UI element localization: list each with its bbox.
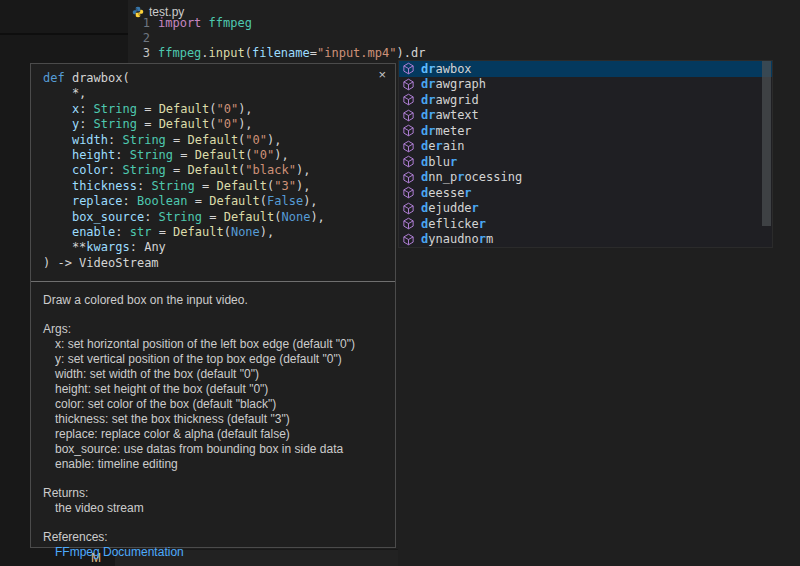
code-token: ( xyxy=(224,225,231,239)
code-token: String xyxy=(122,163,165,177)
code-token: = xyxy=(137,117,159,131)
code-token: False xyxy=(267,194,303,208)
suggestion-label: drawgraph xyxy=(421,77,486,91)
code-token xyxy=(43,179,72,193)
code-token: def xyxy=(43,71,65,85)
code-token: kwargs xyxy=(86,240,129,254)
suggestion-item[interactable]: dnn_processing xyxy=(399,170,772,186)
code-line[interactable]: 3ffmpeg.input(filename="input.mp4").dr xyxy=(128,46,800,61)
suggestion-item[interactable]: drawtext xyxy=(399,108,772,124)
doc-references-label: References: xyxy=(43,530,383,545)
code-token: : xyxy=(130,240,144,254)
code-token: = xyxy=(202,210,224,224)
code-token: ), xyxy=(296,179,310,193)
code-token xyxy=(43,225,72,239)
code-token: : xyxy=(79,102,93,116)
code-token xyxy=(43,210,72,224)
code-token: = xyxy=(310,46,317,60)
code-token: Default xyxy=(209,194,260,208)
doc-arg-line: enable: timeline editing xyxy=(55,457,383,472)
suggest-scrollbar[interactable] xyxy=(762,61,771,226)
signature-line: replace: Boolean = Default(False), xyxy=(43,194,375,209)
code-token: None xyxy=(231,225,260,239)
code-token xyxy=(43,148,72,162)
doc-arg-line: replace: replace color & alpha (default … xyxy=(55,427,383,442)
suggestion-item[interactable]: dynaudnorm xyxy=(399,232,772,248)
sidebar-divider xyxy=(0,33,128,35)
code-token: "0" xyxy=(216,117,238,131)
ffmpeg-documentation-link[interactable]: FFmpeg Documentation xyxy=(55,545,184,559)
signature-line: ) -> VideoStream xyxy=(43,256,375,271)
line-number: 2 xyxy=(128,31,150,46)
code-editor[interactable]: 1import ffmpeg23ffmpeg.input(filename="i… xyxy=(128,16,800,61)
symbol-method-icon xyxy=(402,124,416,138)
code-line[interactable]: 1import ffmpeg xyxy=(128,16,800,31)
suggestion-label: drawgrid xyxy=(421,93,479,107)
code-token: height xyxy=(72,148,115,162)
code-token: ( xyxy=(245,46,252,60)
doc-arg-line: width: set width of the box (default "0"… xyxy=(55,367,383,382)
code-token: "input.mp4" xyxy=(317,46,396,60)
code-token: input xyxy=(209,46,245,60)
code-token: ( xyxy=(245,148,252,162)
code-token: : xyxy=(144,210,158,224)
code-token: ) xyxy=(396,46,403,60)
doc-returns-label: Returns: xyxy=(43,486,383,501)
code-token: ), xyxy=(303,194,317,208)
doc-arg-line: thickness: set the box thickness (defaul… xyxy=(55,412,383,427)
code-token: *, xyxy=(43,86,86,100)
code-token: : xyxy=(137,179,151,193)
code-token: = xyxy=(151,225,173,239)
suggestion-item[interactable]: deesser xyxy=(399,185,772,201)
code-token: import xyxy=(158,16,201,30)
line-number: 1 xyxy=(128,16,150,31)
code-token: String xyxy=(159,210,202,224)
code-token: Default xyxy=(173,225,224,239)
signature-line: *, xyxy=(43,86,375,101)
symbol-method-icon xyxy=(402,170,416,184)
code-token: : xyxy=(79,117,93,131)
suggestion-label: dnn_processing xyxy=(421,170,522,184)
signature-line: enable: str = Default(None), xyxy=(43,225,375,240)
line-number: 3 xyxy=(128,46,150,61)
code-token: .dr xyxy=(404,46,426,60)
suggestion-item[interactable]: drawgraph xyxy=(399,77,772,93)
doc-arg-line: color: set color of the box (default "bl… xyxy=(55,397,383,412)
code-token xyxy=(43,133,72,147)
code-token: String xyxy=(122,133,165,147)
suggest-widget: drawboxdrawgraphdrawgriddrawtextdrmeterd… xyxy=(398,60,773,248)
doc-arg-line: box_source: use datas from bounding box … xyxy=(55,442,383,457)
suggestion-item[interactable]: dblur xyxy=(399,154,772,170)
code-token: Any xyxy=(144,240,166,254)
code-token: : xyxy=(115,225,129,239)
suggestion-label: drawtext xyxy=(421,108,479,122)
suggestion-item[interactable]: deflicker xyxy=(399,216,772,232)
code-token xyxy=(43,194,72,208)
code-line[interactable]: 2 xyxy=(128,31,800,46)
signature-line: color: String = Default("black"), xyxy=(43,163,375,178)
doc-arg-line: y: set vertical position of the top box … xyxy=(55,352,383,367)
suggestion-item[interactable]: drawbox xyxy=(399,61,772,77)
code-token: ), xyxy=(310,210,324,224)
code-token xyxy=(65,71,72,85)
code-token: : xyxy=(108,163,122,177)
code-token: = xyxy=(173,148,195,162)
code-token: ), xyxy=(274,148,288,162)
code-token: ( xyxy=(260,194,267,208)
symbol-method-icon xyxy=(402,93,416,107)
code-token: enable xyxy=(72,225,115,239)
vscode-window: test.py 1import ffmpeg23ffmpeg.input(fil… xyxy=(0,0,800,566)
code-token: Default xyxy=(224,210,275,224)
code-token: drawbox( xyxy=(72,71,130,85)
suggestion-item[interactable]: derain xyxy=(399,139,772,155)
code-token: = xyxy=(188,194,210,208)
suggestion-label: derain xyxy=(421,139,464,153)
code-token: Default xyxy=(188,163,239,177)
symbol-method-icon xyxy=(402,62,416,76)
suggestion-item[interactable]: dejudder xyxy=(399,201,772,217)
suggestion-item[interactable]: drmeter xyxy=(399,123,772,139)
signature-line: box_source: String = Default(None), xyxy=(43,210,375,225)
close-icon[interactable]: × xyxy=(378,68,386,81)
signature-line: **kwargs: Any xyxy=(43,240,375,255)
suggestion-item[interactable]: drawgrid xyxy=(399,92,772,108)
